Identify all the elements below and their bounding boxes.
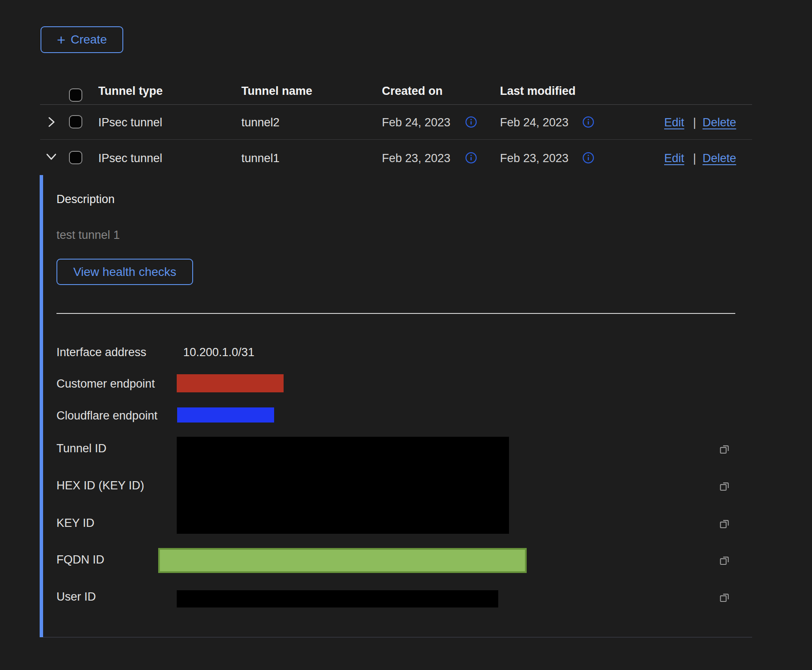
row-tunnel1-type: IPsec tunnel (98, 151, 162, 165)
row-tunnel2-delete-link[interactable]: Delete (703, 116, 736, 129)
field-label-user-id: User ID (56, 590, 96, 604)
field-label-cloudflare-endpoint: Cloudflare endpoint (56, 409, 157, 423)
column-header-tunnel-name: Tunnel name (241, 84, 312, 98)
row-tunnel2-created-date: Feb 24, 2023 (382, 116, 450, 129)
action-separator: | (693, 151, 696, 165)
view-health-checks-button[interactable]: View health checks (56, 259, 193, 285)
field-label-interface-address: Interface address (56, 345, 147, 359)
copy-tunnel-id-icon[interactable] (718, 442, 731, 455)
column-header-tunnel-type: Tunnel type (98, 84, 163, 98)
row-tunnel1-collapse-chevron-down-icon[interactable] (44, 150, 59, 163)
description-value: test tunnel 1 (56, 228, 120, 242)
field-label-hex-id: HEX ID (KEY ID) (56, 479, 144, 492)
copy-hex-id-icon[interactable] (718, 479, 731, 492)
row-tunnel1-edit-link[interactable]: Edit (664, 151, 684, 165)
description-label: Description (56, 192, 115, 206)
field-label-key-id: KEY ID (56, 516, 94, 530)
create-button[interactable]: + Create (41, 26, 123, 53)
user-id-redaction (177, 590, 498, 607)
table-bottom-divider (43, 637, 752, 638)
row-tunnel2-name: tunnel2 (241, 116, 280, 129)
row-tunnel2-type: IPsec tunnel (98, 116, 162, 129)
row-tunnel1-created-date: Feb 23, 2023 (382, 151, 450, 165)
detail-section-divider (56, 313, 735, 314)
cloudflare-endpoint-redaction (177, 407, 274, 423)
tunnels-page: + Create Tunnel type Tunnel name Created… (0, 0, 812, 670)
field-label-tunnel-id: Tunnel ID (56, 441, 106, 455)
copy-user-id-icon[interactable] (718, 591, 731, 604)
fqdn-id-redaction (158, 548, 527, 573)
row-tunnel1-created-info-icon[interactable] (465, 151, 478, 164)
field-value-interface-address: 10.200.1.0/31 (183, 345, 254, 359)
row-tunnel2-checkbox[interactable] (69, 115, 82, 128)
row-tunnel2-created-info-icon[interactable] (465, 116, 478, 128)
copy-fqdn-id-icon[interactable] (718, 554, 731, 567)
create-button-label: Create (71, 33, 107, 47)
tunnel-id-hex-id-key-id-redaction (177, 437, 509, 534)
row-tunnel1-checkbox[interactable] (69, 151, 82, 164)
row-tunnel2-expand-chevron-right-icon[interactable] (45, 115, 58, 129)
row-tunnel1-modified-info-icon[interactable] (582, 151, 595, 164)
copy-key-id-icon[interactable] (718, 517, 731, 530)
row-tunnel1-delete-link[interactable]: Delete (703, 151, 736, 165)
row-divider (40, 139, 752, 140)
row-tunnel2-modified-info-icon[interactable] (582, 116, 595, 128)
field-label-customer-endpoint: Customer endpoint (56, 377, 155, 391)
customer-endpoint-redaction (177, 374, 284, 392)
field-label-fqdn-id: FQDN ID (56, 553, 104, 567)
row-tunnel2-modified-date: Feb 24, 2023 (500, 116, 568, 129)
plus-icon: + (57, 33, 66, 46)
column-header-created-on: Created on (382, 84, 443, 98)
action-separator: | (693, 116, 696, 129)
select-all-checkbox[interactable] (69, 88, 82, 102)
header-divider (40, 104, 752, 105)
row-tunnel2-edit-link[interactable]: Edit (664, 116, 684, 129)
row-tunnel1-modified-date: Feb 23, 2023 (500, 151, 568, 165)
view-health-checks-label: View health checks (73, 265, 176, 279)
column-header-last-modified: Last modified (500, 84, 576, 98)
expanded-row-accent-bar (40, 175, 43, 637)
row-tunnel1-name: tunnel1 (241, 151, 280, 165)
